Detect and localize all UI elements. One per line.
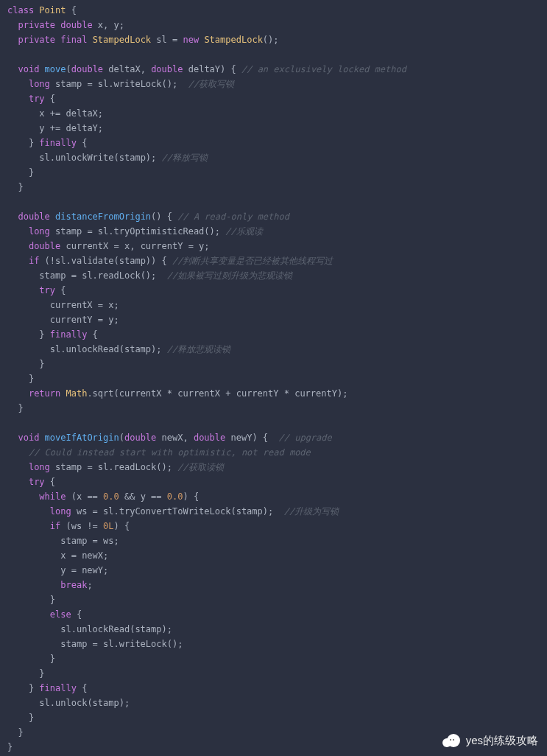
wechat-icon bbox=[442, 732, 462, 749]
type-point: Point bbox=[39, 5, 66, 15]
watermark: yes的练级攻略 bbox=[442, 732, 538, 749]
fn-moveiforigin: moveIfAtOrigin bbox=[39, 433, 119, 443]
fn-move: move bbox=[45, 64, 66, 74]
watermark-text: yes的练级攻略 bbox=[466, 733, 538, 748]
kw-class: class bbox=[7, 5, 34, 15]
fn-distance: distanceFromOrigin bbox=[50, 211, 151, 222]
code-block: class Point { private double x, y; priva… bbox=[0, 0, 547, 756]
